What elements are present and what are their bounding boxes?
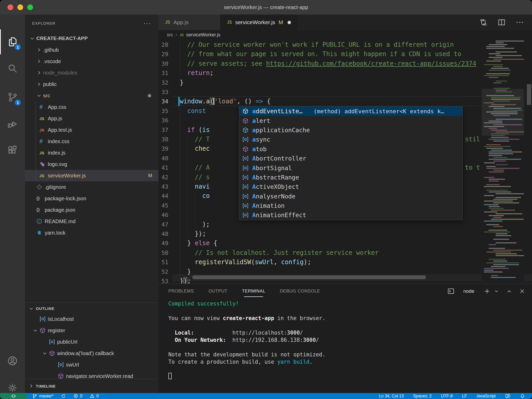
suggest-item-animation[interactable]: Animation bbox=[239, 201, 462, 210]
tree-folder-node_modules[interactable]: node_modules bbox=[25, 67, 158, 78]
code-line-32[interactable]: 32} bbox=[158, 78, 532, 88]
suggest-item-addeventliste-[interactable]: addEventListe…(method) addEventListener<… bbox=[239, 107, 462, 116]
breadcrumb[interactable]: src › JS serviceWorker.js bbox=[158, 30, 532, 39]
tree-file-logo.svg[interactable]: logo.svg bbox=[25, 158, 158, 170]
minimize-window-button[interactable] bbox=[17, 4, 23, 10]
terminal-dropdown-icon[interactable] bbox=[494, 288, 499, 294]
more-actions-button[interactable] bbox=[515, 18, 524, 27]
activity-item-explorer[interactable]: 1 bbox=[0, 29, 25, 54]
minimap[interactable] bbox=[482, 39, 524, 281]
status-encoding[interactable]: UTF-8 bbox=[441, 394, 453, 398]
tree-folder-.vscode[interactable]: .vscode bbox=[25, 56, 158, 67]
remote-indicator[interactable] bbox=[0, 393, 27, 399]
code-line-51[interactable]: 51registerValidSW(swUrl, config); bbox=[158, 257, 532, 267]
terminal-shell-label[interactable]: node bbox=[463, 288, 474, 294]
activity-item-accounts[interactable] bbox=[0, 348, 25, 373]
panel-tab-debug-console[interactable]: DEBUG CONSOLE bbox=[280, 287, 320, 295]
code-line-28[interactable]: 28// Our service worker won't work if PU… bbox=[158, 40, 532, 50]
code-line-49[interactable]: 49} else { bbox=[158, 238, 532, 248]
line-number: 38 bbox=[158, 135, 168, 144]
outline-item-swurl[interactable]: swUrl bbox=[25, 359, 158, 370]
activity-item-run-debug[interactable] bbox=[0, 111, 25, 136]
warning-icon bbox=[90, 394, 95, 398]
tree-folder-src[interactable]: src bbox=[25, 90, 158, 101]
status-warnings[interactable]: 0 bbox=[90, 394, 99, 398]
tree-file-index.js[interactable]: JSindex.js bbox=[25, 147, 158, 158]
tree-file-package.json[interactable]: {}package.json bbox=[25, 204, 158, 216]
info-file-icon bbox=[36, 218, 45, 224]
code-line-33[interactable]: 33 bbox=[158, 87, 532, 97]
tab-label: App.js bbox=[174, 19, 189, 25]
tab-serviceWorker.js[interactable]: JSserviceWorker.jsM bbox=[220, 15, 298, 30]
close-panel-button[interactable] bbox=[519, 288, 525, 294]
tree-file-index.css[interactable]: #index.css bbox=[25, 136, 158, 147]
suggest-item-atob[interactable]: atob bbox=[239, 144, 462, 154]
tree-file-App.test.js[interactable]: JSApp.test.js bbox=[25, 124, 158, 136]
code-line-30[interactable]: 30// serve assets; see https://github.co… bbox=[158, 59, 532, 69]
code-line-31[interactable]: 31return; bbox=[158, 68, 532, 78]
close-window-button[interactable] bbox=[8, 4, 13, 10]
status-sync[interactable] bbox=[61, 394, 66, 399]
activity-item-extensions[interactable] bbox=[0, 138, 25, 163]
tree-file-package-lock.json[interactable]: {}package-lock.json bbox=[25, 193, 158, 204]
suggest-item-animationeffect[interactable]: AnimationEffect bbox=[239, 210, 462, 220]
outline-item-register[interactable]: register bbox=[25, 325, 158, 336]
code-editor[interactable]: 28// Our service worker won't work if PU… bbox=[158, 39, 532, 284]
open-changes-button[interactable] bbox=[479, 18, 488, 27]
split-editor-button[interactable] bbox=[497, 18, 506, 27]
code-line-47[interactable]: 47); bbox=[158, 220, 532, 229]
tree-file-App.js[interactable]: JSApp.js bbox=[25, 113, 158, 124]
tree-root[interactable]: CREATE-REACT-APP bbox=[25, 33, 158, 44]
activity-item-search[interactable] bbox=[0, 56, 25, 81]
tree-folder-.github[interactable]: .github bbox=[25, 44, 158, 56]
tree-folder-public[interactable]: public bbox=[25, 78, 158, 90]
hscrollbar-thumb[interactable] bbox=[192, 275, 426, 279]
outline-item-publicurl[interactable]: publicUrl bbox=[25, 336, 158, 348]
status-errors[interactable]: 0 bbox=[73, 394, 82, 398]
status-language-mode[interactable]: JavaScript bbox=[476, 394, 496, 398]
code-line-50[interactable]: 50// Is not localhost. Just register ser… bbox=[158, 248, 532, 258]
outline-item-window-a-load-callback[interactable]: window.a('load') callback bbox=[25, 348, 158, 359]
code-line-48[interactable]: 48}); bbox=[158, 229, 532, 239]
code-line-34[interactable]: 34window.a('load', () => { bbox=[158, 97, 532, 106]
tree-file-yarn.lock[interactable]: yarn.lock bbox=[25, 227, 158, 238]
breadcrumb-folder[interactable]: src bbox=[167, 32, 173, 38]
breadcrumb-file[interactable]: serviceWorker.js bbox=[186, 32, 221, 38]
suggest-item-abortsignal[interactable]: AbortSignal bbox=[239, 163, 462, 172]
panel-tab-terminal[interactable]: TERMINAL bbox=[242, 287, 265, 295]
suggest-item-abortcontroller[interactable]: AbortController bbox=[239, 154, 462, 163]
more-actions-icon[interactable]: ··· bbox=[143, 19, 151, 27]
unsaved-dot-icon[interactable] bbox=[288, 21, 291, 24]
activity-item-source-control[interactable]: 1 bbox=[0, 85, 25, 110]
suggest-item-alert[interactable]: alert bbox=[239, 116, 462, 125]
new-terminal-button[interactable] bbox=[484, 288, 490, 295]
status-cursor-position[interactable]: Ln 34, Col 13 bbox=[379, 394, 404, 398]
suggest-item-async[interactable]: async bbox=[239, 135, 462, 144]
suggest-item-abstractrange[interactable]: AbstractRange bbox=[239, 173, 462, 182]
terminal-output[interactable]: Compiled successfully! You can now view … bbox=[168, 300, 325, 380]
panel-tab-problems[interactable]: PROBLEMS bbox=[168, 287, 194, 295]
status-git-branch[interactable]: master* bbox=[32, 394, 54, 399]
vscrollbar-thumb[interactable] bbox=[527, 84, 531, 105]
suggest-item-analysernode[interactable]: AnalyserNode bbox=[239, 192, 462, 201]
status-indentation[interactable]: Spaces: 2 bbox=[413, 394, 431, 398]
outline-item-islocalhost[interactable]: isLocalhost bbox=[25, 313, 158, 325]
status-notifications[interactable] bbox=[520, 393, 525, 399]
timeline-section-header[interactable]: TIMELINE bbox=[25, 379, 158, 393]
tab-App.js[interactable]: JSApp.js bbox=[158, 15, 220, 30]
tree-file-README.md[interactable]: README.md bbox=[25, 216, 158, 227]
tree-file-serviceWorker.js[interactable]: JSserviceWorker.jsM bbox=[25, 170, 158, 181]
zoom-window-button[interactable] bbox=[27, 4, 33, 10]
panel-tab-output[interactable]: OUTPUT bbox=[208, 287, 227, 295]
code-line-29[interactable]: 29// from what our page is served on. Th… bbox=[158, 49, 532, 59]
status-eol[interactable]: LF bbox=[462, 394, 467, 398]
suggest-item-activexobject[interactable]: ActiveXObject bbox=[239, 182, 462, 191]
tree-file-App.css[interactable]: #App.css bbox=[25, 101, 158, 113]
tree-file-.gitignore[interactable]: .gitignore bbox=[25, 181, 158, 193]
maximize-panel-button[interactable] bbox=[506, 288, 512, 294]
status-feedback[interactable] bbox=[505, 393, 510, 399]
window-controls[interactable] bbox=[8, 4, 33, 10]
suggest-item-applicationcache[interactable]: applicationCache bbox=[239, 125, 462, 135]
outline-section-header[interactable]: OUTLINE bbox=[25, 303, 158, 314]
file-label: README.md bbox=[45, 218, 76, 224]
